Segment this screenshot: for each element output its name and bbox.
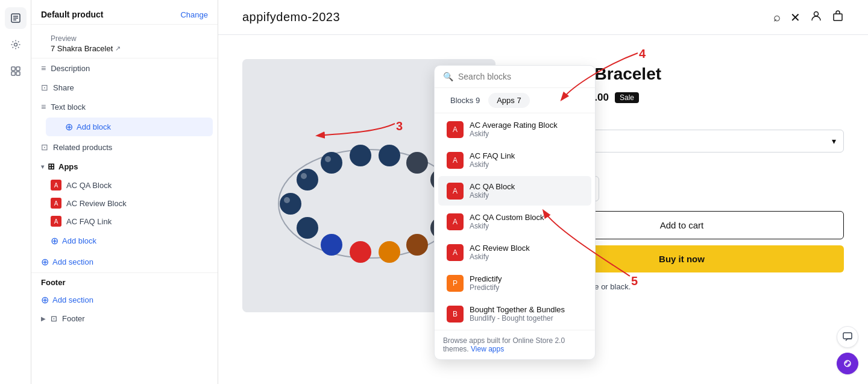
brain-icon-btn[interactable] (837, 353, 858, 374)
svg-point-25 (321, 234, 342, 256)
share-icon: ⊡ (41, 83, 48, 92)
add-block-apps-button[interactable]: ⊕ Add block (31, 230, 218, 251)
description-icon: ≡ (41, 63, 46, 73)
description-item[interactable]: ≡ Description (31, 58, 218, 78)
avg-rating-icon: A (447, 121, 464, 138)
main-area: appifydemo-2023 ⌕ ✕ (218, 0, 868, 384)
ac-qa-block-item[interactable]: A AC QA Block (31, 176, 218, 194)
icon-sidebar (0, 0, 31, 384)
view-apps-link[interactable]: View apps (471, 345, 504, 353)
external-link-icon: ↗ (115, 45, 121, 52)
dd-item-predictify[interactable]: P Predictify Predictify (438, 268, 591, 298)
grid-icon-btn[interactable] (5, 60, 27, 82)
ac-faq-link-item[interactable]: A AC FAQ Link (31, 212, 218, 230)
bundlify-icon: B (447, 306, 464, 323)
svg-rect-6 (16, 67, 20, 71)
review-block-icon: A (447, 244, 464, 261)
panel-sidebar: Default product Change Preview 7 Shakra … (31, 0, 218, 384)
search-input[interactable] (458, 72, 587, 81)
dropdown-tabs: Blocks 9 Apps 7 (435, 88, 595, 113)
svg-point-24 (350, 241, 371, 263)
svg-point-17 (379, 145, 400, 166)
svg-point-9 (814, 12, 819, 16)
footer-section-label: Footer (31, 273, 218, 289)
svg-point-27 (284, 197, 290, 203)
panel-header: Default product Change (31, 0, 218, 25)
store-preview: appifydemo-2023 ⌕ ✕ (218, 0, 868, 384)
search-icon: 🔍 (443, 72, 453, 81)
faq-link-icon: A (447, 152, 464, 169)
svg-point-4 (14, 43, 17, 46)
svg-rect-7 (11, 72, 15, 75)
sale-badge: Sale (615, 92, 639, 103)
dd-item-faq-link[interactable]: A AC FAQ Link Askify (438, 145, 591, 175)
footer-caret: ▶ (41, 315, 46, 322)
store-icons: ⌕ ✕ (773, 10, 844, 25)
store-header: appifydemo-2023 ⌕ ✕ (218, 0, 868, 35)
svg-point-29 (325, 156, 331, 162)
bottom-right-icons (837, 326, 858, 374)
plus-footer-icon: ⊕ (41, 294, 49, 306)
svg-rect-30 (843, 333, 852, 339)
svg-rect-5 (11, 67, 15, 71)
footer-item[interactable]: ▶ ⊡ Footer (31, 310, 218, 327)
preview-store: 7 Shakra Bracelet ↗ (41, 43, 208, 58)
plus-icon: ⊕ (65, 121, 73, 133)
ac-review-block-item[interactable]: A AC Review Block (31, 194, 218, 212)
svg-point-18 (406, 152, 428, 174)
dropdown-footer: Browse apps built for Online Store 2.0 t… (435, 330, 595, 359)
svg-point-15 (321, 152, 342, 174)
svg-point-22 (406, 234, 428, 256)
store-person-icon (810, 10, 822, 25)
store-bag-icon (832, 10, 844, 25)
panel-title: Default product (41, 10, 103, 19)
chat-icon-btn[interactable] (837, 326, 858, 348)
text-block-item[interactable]: ≡ Text block (31, 97, 218, 116)
qa-custom-icon: A (447, 213, 464, 230)
search-row: 🔍 (435, 66, 595, 88)
add-block-button[interactable]: ⊕ Add block (46, 118, 213, 136)
dropdown-list: A AC Average Rating Block Askify A AC FA… (435, 113, 595, 330)
plus-section-icon: ⊕ (41, 256, 49, 268)
caret-icon: ▾ (41, 163, 44, 170)
share-item[interactable]: ⊡ Share (31, 78, 218, 97)
chevron-down-icon: ▾ (832, 136, 836, 146)
change-button[interactable]: Change (180, 10, 208, 19)
dd-item-review-block[interactable]: A AC Review Block Askify (438, 238, 591, 267)
svg-point-16 (350, 145, 371, 166)
svg-rect-10 (834, 14, 842, 20)
blocks-tab[interactable]: Blocks 9 (442, 93, 488, 108)
footer-item-icon: ⊡ (51, 314, 57, 323)
svg-point-28 (301, 173, 307, 179)
ac-review-icon: A (51, 198, 61, 209)
apps-tab[interactable]: Apps 7 (488, 93, 530, 108)
svg-rect-8 (16, 72, 20, 75)
svg-point-23 (379, 241, 400, 263)
svg-point-13 (280, 193, 301, 215)
apps-section[interactable]: ▾ ⊞ Apps (31, 157, 218, 176)
plus-add-icon: ⊕ (41, 235, 58, 247)
store-close-icon: ✕ (790, 10, 800, 25)
related-products-item[interactable]: ⊡ Related products (31, 137, 218, 157)
dd-item-qa-block[interactable]: A AC QA Block Askify (438, 176, 591, 206)
dd-item-qa-custom[interactable]: A AC QA Custom Block Askify (438, 207, 591, 236)
ac-qa-icon: A (51, 180, 61, 190)
ac-faq-icon: A (51, 216, 61, 227)
pages-icon-btn[interactable] (5, 7, 27, 29)
preview-label: Preview (41, 30, 208, 43)
store-search-icon: ⌕ (773, 10, 781, 24)
qa-block-icon: A (447, 183, 464, 200)
svg-point-26 (297, 217, 318, 239)
text-block-icon: ≡ (41, 102, 46, 112)
add-section-apps-button[interactable]: ⊕ Add section (31, 251, 218, 272)
block-search-dropdown: 🔍 Blocks 9 Apps 7 A (434, 65, 596, 360)
store-brand: appifydemo-2023 (242, 10, 340, 24)
apps-icon-sm: ⊞ (48, 162, 55, 171)
gear-icon-btn[interactable] (5, 34, 27, 55)
add-section-footer-button[interactable]: ⊕ Add section (31, 289, 218, 310)
dd-item-avg-rating[interactable]: A AC Average Rating Block Askify (438, 115, 591, 144)
predictify-icon: P (447, 275, 464, 292)
svg-point-14 (297, 169, 318, 190)
related-icon: ⊡ (41, 142, 48, 152)
dd-item-bundlify[interactable]: B Bought Together & Bundles Bundlify - B… (438, 299, 591, 329)
